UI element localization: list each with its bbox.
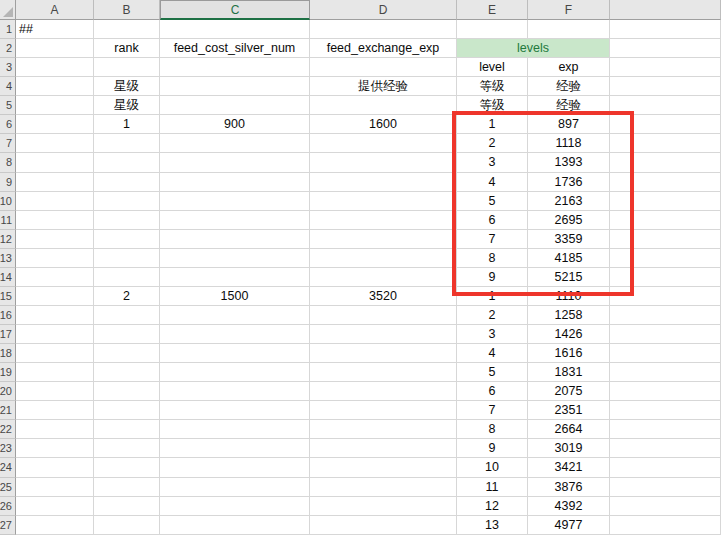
cell-D1[interactable] xyxy=(310,20,457,39)
cell-C25[interactable] xyxy=(160,478,310,497)
column-header-B[interactable]: B xyxy=(94,0,160,20)
cell-F3[interactable]: exp xyxy=(528,58,610,77)
cell-D9[interactable] xyxy=(310,173,457,192)
cell-G23[interactable] xyxy=(610,439,721,458)
column-header-C[interactable]: C xyxy=(160,0,310,20)
cell-D16[interactable] xyxy=(310,306,457,325)
row-header-11[interactable]: 11 xyxy=(0,211,16,230)
cell-D10[interactable] xyxy=(310,192,457,211)
cell-G20[interactable] xyxy=(610,382,721,401)
cell-F21[interactable]: 2351 xyxy=(528,401,610,420)
cell-D27[interactable] xyxy=(310,516,457,535)
cell-E10[interactable]: 5 xyxy=(457,192,528,211)
cell-E13[interactable]: 8 xyxy=(457,249,528,268)
cell-D12[interactable] xyxy=(310,230,457,249)
column-header-G[interactable] xyxy=(610,0,721,20)
cell-E22[interactable]: 8 xyxy=(457,420,528,439)
cell-G16[interactable] xyxy=(610,306,721,325)
cell-A24[interactable] xyxy=(16,458,94,477)
cell-D4[interactable]: 提供经验 xyxy=(310,77,457,96)
cell-A19[interactable] xyxy=(16,363,94,382)
cell-D11[interactable] xyxy=(310,211,457,230)
cell-B3[interactable] xyxy=(94,58,160,77)
cell-G19[interactable] xyxy=(610,363,721,382)
cell-B11[interactable] xyxy=(94,211,160,230)
cell-A21[interactable] xyxy=(16,401,94,420)
cell-G9[interactable] xyxy=(610,173,721,192)
cell-E20[interactable]: 6 xyxy=(457,382,528,401)
cell-G11[interactable] xyxy=(610,211,721,230)
cell-D23[interactable] xyxy=(310,439,457,458)
cell-C15[interactable]: 1500 xyxy=(160,287,310,306)
cell-G13[interactable] xyxy=(610,249,721,268)
cell-D13[interactable] xyxy=(310,249,457,268)
cell-B27[interactable] xyxy=(94,516,160,535)
cell-B18[interactable] xyxy=(94,344,160,363)
cell-E15[interactable]: 1 xyxy=(457,287,528,306)
cell-B21[interactable] xyxy=(94,401,160,420)
cell-B4[interactable]: 星级 xyxy=(94,77,160,96)
cell-G21[interactable] xyxy=(610,401,721,420)
cell-A26[interactable] xyxy=(16,497,94,516)
cell-E21[interactable]: 7 xyxy=(457,401,528,420)
cell-D19[interactable] xyxy=(310,363,457,382)
row-header-22[interactable]: 22 xyxy=(0,420,16,439)
cell-B8[interactable] xyxy=(94,153,160,172)
cell-C23[interactable] xyxy=(160,439,310,458)
cell-F18[interactable]: 1616 xyxy=(528,344,610,363)
select-all-corner[interactable] xyxy=(0,0,16,20)
cell-C14[interactable] xyxy=(160,268,310,287)
column-header-D[interactable]: D xyxy=(310,0,457,20)
row-header-13[interactable]: 13 xyxy=(0,249,16,268)
cell-G10[interactable] xyxy=(610,192,721,211)
cell-C2[interactable]: feed_cost_silver_num xyxy=(160,39,310,58)
cell-G4[interactable] xyxy=(610,77,721,96)
cell-G22[interactable] xyxy=(610,420,721,439)
row-header-9[interactable]: 9 xyxy=(0,173,16,192)
cell-A2[interactable] xyxy=(16,39,94,58)
row-header-15[interactable]: 15 xyxy=(0,287,16,306)
cell-F27[interactable]: 4977 xyxy=(528,516,610,535)
cell-F7[interactable]: 1118 xyxy=(528,134,610,153)
cell-E12[interactable]: 7 xyxy=(457,230,528,249)
cell-F9[interactable]: 1736 xyxy=(528,173,610,192)
cell-A11[interactable] xyxy=(16,211,94,230)
cell-E2[interactable]: levels xyxy=(457,39,610,58)
row-header-10[interactable]: 10 xyxy=(0,192,16,211)
cell-C17[interactable] xyxy=(160,325,310,344)
cell-F26[interactable]: 4392 xyxy=(528,497,610,516)
cell-G3[interactable] xyxy=(610,58,721,77)
cell-F25[interactable]: 3876 xyxy=(528,478,610,497)
cell-C8[interactable] xyxy=(160,153,310,172)
cell-A18[interactable] xyxy=(16,344,94,363)
row-header-19[interactable]: 19 xyxy=(0,363,16,382)
cell-D14[interactable] xyxy=(310,268,457,287)
cell-G5[interactable] xyxy=(610,96,721,115)
cell-G24[interactable] xyxy=(610,458,721,477)
cell-D20[interactable] xyxy=(310,382,457,401)
cell-E23[interactable]: 9 xyxy=(457,439,528,458)
cell-E14[interactable]: 9 xyxy=(457,268,528,287)
cell-C18[interactable] xyxy=(160,344,310,363)
cell-F11[interactable]: 2695 xyxy=(528,211,610,230)
cell-E27[interactable]: 13 xyxy=(457,516,528,535)
cell-F4[interactable]: 经验 xyxy=(528,77,610,96)
cell-C10[interactable] xyxy=(160,192,310,211)
cell-G18[interactable] xyxy=(610,344,721,363)
cell-C6[interactable]: 900 xyxy=(160,115,310,134)
cell-B15[interactable]: 2 xyxy=(94,287,160,306)
cell-D15[interactable]: 3520 xyxy=(310,287,457,306)
cell-C12[interactable] xyxy=(160,230,310,249)
cell-D17[interactable] xyxy=(310,325,457,344)
cell-A22[interactable] xyxy=(16,420,94,439)
cell-A7[interactable] xyxy=(16,134,94,153)
cell-A20[interactable] xyxy=(16,382,94,401)
cell-F8[interactable]: 1393 xyxy=(528,153,610,172)
cell-G7[interactable] xyxy=(610,134,721,153)
cell-E9[interactable]: 4 xyxy=(457,173,528,192)
cell-G27[interactable] xyxy=(610,516,721,535)
cell-B13[interactable] xyxy=(94,249,160,268)
cell-A14[interactable] xyxy=(16,268,94,287)
cell-D5[interactable] xyxy=(310,96,457,115)
cell-B10[interactable] xyxy=(94,192,160,211)
